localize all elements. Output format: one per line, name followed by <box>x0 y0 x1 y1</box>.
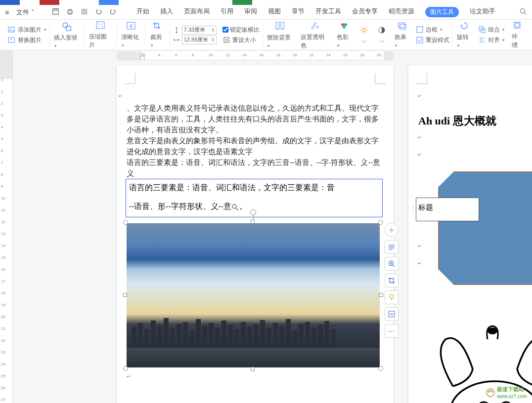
page-1[interactable]: ↵ 、文字是人类用表义符号记录表达信息以传之，久远的方式和工具。现代文字多是记录… <box>117 65 394 403</box>
tab-thesis[interactable]: 论文助手 <box>470 7 495 17</box>
combine-button[interactable]: 组合▾ <box>478 26 505 34</box>
tab-review[interactable]: 审阅 <box>244 7 257 17</box>
set-transparent-button[interactable]: 设置透明色 <box>297 20 333 50</box>
border-button[interactable]: 边框▾ <box>416 26 449 34</box>
svg-rect-2 <box>68 10 72 13</box>
paragraph-mark: ↵ <box>417 152 422 158</box>
remove-bg-icon <box>274 21 285 32</box>
text-box[interactable]: 语言的三要素是：语音、词汇和语法，文字的三要素是：音 --语音、形--字符形状、… <box>126 179 383 217</box>
crop-button-float[interactable] <box>385 274 399 287</box>
width-input[interactable]: 12.85厘米▲▼ <box>182 36 217 44</box>
doc-tab-1[interactable] <box>0 0 20 5</box>
transparent-icon <box>310 20 320 32</box>
tab-picture-tools[interactable]: 图片工具 <box>425 7 459 17</box>
compress-button[interactable]: 压缩图片 <box>87 21 114 49</box>
wrap-button[interactable]: 环绕 <box>508 21 527 49</box>
height-input[interactable]: 7.33厘米▲▼ <box>182 26 217 35</box>
undo-icon[interactable] <box>95 8 102 17</box>
doc-tab-2[interactable] <box>40 0 59 5</box>
more-button[interactable]: ⋯ <box>385 324 399 338</box>
effect-button[interactable]: 效果▾ <box>391 21 413 48</box>
svg-line-29 <box>366 32 367 33</box>
contrast-button[interactable] <box>373 26 391 44</box>
doc-tab-3[interactable] <box>99 0 119 5</box>
height-icon <box>173 27 180 34</box>
vertical-ruler[interactable]: 1123456789101112131415161718192021222324… <box>0 50 13 403</box>
svg-rect-36 <box>417 37 423 43</box>
image-icon <box>8 26 16 34</box>
svg-point-10 <box>10 28 11 29</box>
brightness-button[interactable] <box>355 26 373 44</box>
zoom-button[interactable] <box>385 257 399 271</box>
insert-shape-button[interactable]: 插入形状▾ <box>50 21 84 49</box>
svg-point-21 <box>344 23 347 26</box>
search-icon[interactable] <box>519 8 527 17</box>
save-icon[interactable] <box>52 8 59 17</box>
document-area[interactable]: 24681012141618202224262830 ↵ 、文字是人类用表义符号… <box>13 50 532 403</box>
reset-size-icon <box>222 36 230 44</box>
print-preview-icon[interactable] <box>81 8 88 17</box>
replace-image-button[interactable]: 替换图片 <box>8 36 46 44</box>
svg-rect-5 <box>82 9 87 13</box>
tab-member[interactable]: 会员专享 <box>352 7 378 17</box>
selected-image[interactable] <box>127 223 380 367</box>
menubar: ≡ 文件 ˅ 开始 插入 页面布局 引用 审阅 视图 章节 开发工具 会员专享 … <box>0 5 532 20</box>
file-menu[interactable]: 文件 ˅ <box>16 8 35 17</box>
compress-icon <box>95 21 105 31</box>
crop-button[interactable]: 裁剪▾ <box>148 21 167 48</box>
ribbon: 添加图片▾ 替换图片 插入形状▾ 压缩图片 清晰化▾ 裁剪▾ 7.33厘米▲▼ <box>0 20 532 50</box>
replace-icon <box>8 36 16 44</box>
paragraph-mark: ↵ <box>417 243 422 249</box>
svg-point-6 <box>83 10 86 13</box>
mini-textbox[interactable]: 标题 <box>416 198 479 221</box>
svg-rect-14 <box>96 22 104 29</box>
page2-heading[interactable]: Ah udi 恩大概就 <box>418 114 496 128</box>
horizontal-ruler[interactable]: 24681012141618202224262830 <box>117 51 394 60</box>
page-2[interactable]: ↵ Ah udi 恩大概就 ↵ ↵ 标题 ↵ ↵ <box>408 65 532 403</box>
hamburger-icon[interactable]: ≡ <box>5 8 9 16</box>
align-button[interactable]: 对齐▾ <box>478 36 505 44</box>
color-button[interactable]: 色彩▾ <box>333 21 355 48</box>
reset-size-button[interactable]: 重设大小 <box>222 36 260 44</box>
rotate-button[interactable]: 旋转▾ <box>453 21 475 48</box>
document-tabs[interactable] <box>0 0 532 5</box>
print-icon[interactable] <box>66 8 74 17</box>
reset-style-button[interactable]: 重设样式 <box>416 36 449 44</box>
redo-icon[interactable] <box>109 8 117 17</box>
border-icon <box>416 26 424 34</box>
svg-point-23 <box>362 28 366 32</box>
remove-bg-button[interactable]: 抠除背景▾ <box>263 21 297 49</box>
idea-button[interactable] <box>385 290 399 304</box>
sharpen-button[interactable]: 清晰化▾ <box>117 21 145 48</box>
svg-rect-42 <box>515 23 519 27</box>
paragraph-mark: ↵ <box>417 260 422 267</box>
effect-icon <box>397 21 407 32</box>
tab-devtools[interactable]: 开发工具 <box>315 7 341 17</box>
blue-shape[interactable] <box>438 171 532 285</box>
convert-button[interactable]: W <box>385 307 399 321</box>
tab-resource[interactable]: 稻壳资源 <box>389 7 414 17</box>
layout-options-button[interactable] <box>385 223 399 237</box>
tab-view[interactable]: 视图 <box>268 7 281 17</box>
body-text[interactable]: 、文字是人类用表义符号记录表达信息以传之，久远的方式和工具。现代文字多是记录语言… <box>127 103 384 179</box>
shape-icon <box>61 21 72 32</box>
image-float-toolbar: W ⋯ <box>385 223 399 338</box>
resize-handle-bm[interactable] <box>251 367 255 371</box>
tab-layout[interactable]: 页面布局 <box>184 7 210 17</box>
tab-insert[interactable]: 插入 <box>160 7 173 17</box>
lock-ratio-checkbox[interactable]: 锁定纵横比 <box>222 26 260 34</box>
wrap-options-button[interactable] <box>385 240 399 254</box>
add-image-button[interactable]: 添加图片▾ <box>8 26 46 34</box>
watermark: 极速下载站 www.xz7.com <box>486 386 527 399</box>
image-content <box>127 223 380 367</box>
tab-reference[interactable]: 引用 <box>221 7 233 17</box>
doc-tab-4[interactable] <box>232 0 252 5</box>
paragraph-mark: ↵ <box>417 134 422 141</box>
tab-chapter[interactable]: 章节 <box>292 7 305 17</box>
resize-handle-mr[interactable] <box>379 293 383 297</box>
workspace: 1123456789101112131415161718192021222324… <box>0 50 532 403</box>
svg-line-60 <box>393 265 395 267</box>
brightness-dd <box>362 38 366 44</box>
svg-rect-33 <box>399 23 404 28</box>
tab-start[interactable]: 开始 <box>136 7 149 17</box>
